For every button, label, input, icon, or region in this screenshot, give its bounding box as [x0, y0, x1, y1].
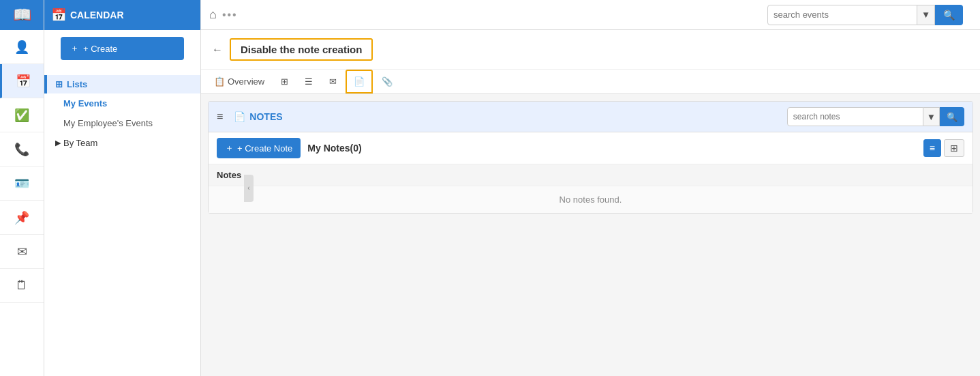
book-icon: 📖	[13, 6, 31, 24]
checklist-icon: ✅	[14, 108, 29, 123]
notes-table: Notes No notes found.	[209, 164, 973, 213]
sidebar-collapse-handle[interactable]: ‹	[244, 175, 254, 202]
list-icon: ☰	[305, 76, 313, 87]
nav-icon-checklist[interactable]: ✅	[0, 98, 44, 132]
home-icon[interactable]: ⌂	[209, 8, 217, 22]
calendar-icon: 📅	[16, 74, 31, 89]
tab-overview[interactable]: 📋 Overview	[206, 70, 272, 93]
notes-column-header: Notes	[209, 164, 973, 186]
pin-icon: 📌	[14, 210, 29, 225]
tab-list[interactable]: ☰	[297, 70, 320, 93]
chevron-left-icon: ‹	[247, 184, 249, 192]
search-events-wrapper: ▼ 🔍	[767, 5, 972, 25]
sidebar-item-by-team[interactable]: ▶ By Team	[44, 133, 200, 153]
create-note-button[interactable]: ＋ + Create Note	[217, 138, 301, 158]
top-header: ⌂ ••• ▼ 🔍	[201, 0, 980, 30]
main-content: ⌂ ••• ▼ 🔍 ← Disable the note creation 📋 …	[201, 0, 980, 376]
notes-panel-header: ≡ 📄 NOTES ▼ 🔍	[209, 102, 973, 132]
chevron-right-icon: ▶	[55, 139, 61, 147]
tab-pin-icon: 📎	[382, 76, 393, 87]
sidebar-item-my-events[interactable]: My Events	[44, 93, 200, 113]
notes-panel: ≡ 📄 NOTES ▼ 🔍 ＋ + Create Note My Notes(0…	[208, 101, 973, 214]
notes-search-input[interactable]	[787, 107, 923, 126]
plus-icon: ＋	[70, 42, 79, 55]
search-events-input[interactable]	[767, 5, 917, 25]
notes-search-go-button[interactable]: 🔍	[940, 107, 964, 126]
nav-icon-pin[interactable]: 📌	[0, 201, 44, 235]
tab-pin[interactable]: 📎	[374, 70, 400, 93]
tab-table[interactable]: ⊞	[273, 70, 296, 93]
card-icon: 🪪	[14, 176, 29, 191]
nav-icon-card[interactable]: 🪪	[0, 167, 44, 201]
app-logo-area: 📖	[0, 0, 44, 30]
table-icon: ⊞	[281, 76, 288, 87]
contacts-icon: 👤	[14, 40, 29, 55]
notes-icon: 📄	[234, 111, 245, 122]
sidebar-item-my-employees-events[interactable]: My Employee's Events	[44, 113, 200, 133]
note-icon: 🗒	[16, 278, 28, 293]
icon-bar: 📖 👤 📅 ✅ 📞 🪪 📌 ✉ 🗒	[0, 0, 44, 376]
tab-mail[interactable]: ✉	[322, 70, 344, 93]
tab-notes-icon: 📄	[354, 76, 365, 87]
lists-grid-icon: ⊞	[55, 79, 63, 89]
tab-bar: 📋 Overview ⊞ ☰ ✉ 📄 📎	[201, 70, 980, 94]
nav-icon-calendar[interactable]: 📅	[0, 64, 44, 98]
nav-icon-note[interactable]: 🗒	[0, 269, 44, 303]
tab-overview-label: Overview	[228, 76, 264, 87]
notes-toolbar: ＋ + Create Note My Notes(0) ≡ ⊞	[209, 132, 973, 164]
tab-notes[interactable]: 📄	[346, 70, 373, 93]
nav-icon-mail[interactable]: ✉	[0, 235, 44, 269]
create-label: + Create	[83, 44, 117, 54]
notes-search-wrapper: ▼ 🔍	[787, 107, 964, 126]
phone-icon: 📞	[14, 142, 29, 157]
list-view-button[interactable]: ≡	[923, 139, 941, 157]
notes-empty-message: No notes found.	[209, 186, 973, 213]
lists-label: Lists	[67, 79, 87, 89]
notes-title: 📄 NOTES	[234, 111, 282, 122]
sidebar-lists[interactable]: ⊞ Lists	[44, 75, 200, 93]
mail-icon: ✉	[17, 244, 27, 259]
page-title-bar: ← Disable the note creation	[201, 30, 980, 70]
more-options-icon[interactable]: •••	[222, 9, 238, 21]
sidebar-header: 📅 CALENDAR	[44, 0, 200, 30]
calendar-sidebar-icon: 📅	[51, 8, 66, 23]
create-note-plus-icon: ＋	[225, 142, 234, 154]
app-title: CALENDAR	[70, 10, 124, 20]
tab-mail-icon: ✉	[329, 76, 337, 87]
page-title: Disable the note creation	[230, 38, 373, 61]
search-events-dropdown-button[interactable]: ▼	[917, 5, 935, 25]
back-arrow-icon[interactable]: ←	[212, 44, 223, 56]
nav-icon-contacts[interactable]: 👤	[0, 30, 44, 64]
search-events-go-button[interactable]: 🔍	[935, 5, 963, 25]
my-notes-title: My Notes(0)	[307, 143, 361, 154]
overview-icon: 📋	[214, 76, 225, 87]
grid-view-button[interactable]: ⊞	[944, 139, 964, 157]
notes-search-dropdown-button[interactable]: ▼	[923, 107, 940, 126]
create-button[interactable]: ＋ + Create	[61, 37, 184, 60]
nav-icon-phone[interactable]: 📞	[0, 132, 44, 167]
view-toggle: ≡ ⊞	[923, 139, 964, 157]
notes-hamburger-icon[interactable]: ≡	[217, 111, 223, 123]
create-note-label: + Create Note	[237, 143, 292, 154]
